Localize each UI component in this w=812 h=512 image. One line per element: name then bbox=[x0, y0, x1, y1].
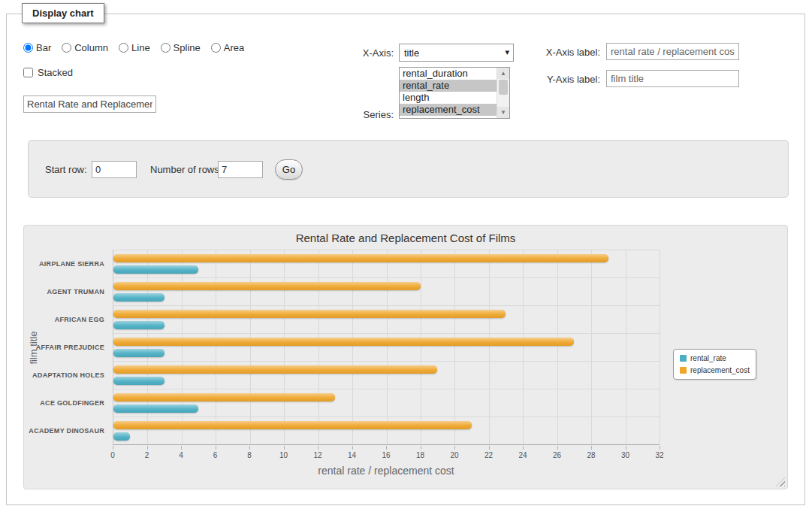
stacked-option[interactable]: Stacked bbox=[23, 67, 73, 78]
category-label: AIRPLANE SIERRA bbox=[24, 250, 109, 277]
tick-mark bbox=[454, 446, 455, 450]
legend-swatch-replacement_cost bbox=[680, 367, 687, 374]
chart-type-label-column: Column bbox=[74, 42, 108, 53]
x-axis-ticks: 02468101214161820222426283032 bbox=[113, 445, 660, 462]
bar-replacement_cost bbox=[113, 254, 608, 262]
chart-type-option-line[interactable]: Line bbox=[119, 42, 150, 53]
chart-type-radio-spline[interactable] bbox=[161, 43, 171, 53]
x-axis-select[interactable]: title ▾ bbox=[399, 44, 514, 62]
chart-type-label-spline: Spline bbox=[174, 42, 201, 53]
tick-label: 26 bbox=[553, 451, 561, 459]
tick-mark bbox=[284, 446, 285, 450]
category-axis: AIRPLANE SIERRAAGENT TRUMANAFRICAN EGGAF… bbox=[24, 250, 109, 445]
category-label: ACE GOLDFINGER bbox=[24, 389, 109, 417]
tick-mark bbox=[318, 446, 318, 450]
legend-item-rental_rate[interactable]: rental_rate bbox=[680, 354, 750, 362]
stacked-checkbox[interactable] bbox=[23, 68, 33, 77]
tick-label: 24 bbox=[518, 451, 527, 459]
bar-rental_rate bbox=[113, 265, 198, 274]
category-label: ADAPTATION HOLES bbox=[24, 362, 109, 389]
chart-title-input[interactable] bbox=[23, 95, 156, 113]
category-band bbox=[113, 361, 660, 389]
x-axis-label-field-label: X-Axis label: bbox=[533, 47, 600, 58]
bar-rental_rate bbox=[113, 293, 165, 301]
chart-legend: rental_ratereplacement_cost bbox=[673, 349, 756, 380]
bar-rental_rate bbox=[113, 432, 130, 441]
bar-rental_rate bbox=[113, 404, 198, 413]
chart-type-label-line: Line bbox=[131, 42, 150, 53]
chart-type-option-area[interactable]: Area bbox=[211, 42, 244, 53]
tick-mark bbox=[557, 446, 558, 450]
category-label: ACADEMY DINOSAUR bbox=[24, 417, 109, 445]
go-button[interactable]: Go bbox=[275, 159, 303, 180]
series-option-rental_rate[interactable]: rental_rate bbox=[400, 80, 497, 92]
bar-rental_rate bbox=[113, 349, 165, 357]
chart-type-radio-bar[interactable] bbox=[23, 43, 33, 53]
y-axis-label-input[interactable] bbox=[606, 70, 739, 87]
x-axis-label-input[interactable] bbox=[606, 43, 739, 60]
tick-label: 18 bbox=[416, 451, 424, 459]
bar-rental_rate bbox=[113, 377, 165, 385]
scroll-up-icon[interactable]: ▲ bbox=[497, 68, 509, 79]
chevron-down-icon: ▾ bbox=[505, 47, 509, 57]
series-scrollbar[interactable]: ▲ ▼ bbox=[497, 68, 509, 118]
tick-label: 0 bbox=[110, 451, 115, 459]
chart-type-option-column[interactable]: Column bbox=[62, 42, 108, 53]
tick-label: 4 bbox=[179, 451, 183, 459]
tick-mark bbox=[660, 446, 660, 450]
series-option-replacement_cost[interactable]: replacement_cost bbox=[400, 104, 497, 116]
tick-mark bbox=[147, 446, 148, 450]
chart-type-radio-area[interactable] bbox=[211, 43, 221, 53]
tick-mark bbox=[352, 446, 353, 450]
display-chart-fieldset: Display chart BarColumnLineSplineArea St… bbox=[6, 14, 805, 505]
chart-type-radio-line[interactable] bbox=[119, 43, 128, 53]
start-row-label: Start row: bbox=[45, 164, 87, 175]
bar-replacement_cost bbox=[113, 338, 574, 346]
number-of-rows-label: Number of rows: bbox=[150, 164, 222, 175]
tick-mark bbox=[523, 446, 524, 450]
tick-label: 6 bbox=[213, 451, 218, 459]
category-band bbox=[113, 250, 660, 277]
row-range-panel: Start row: Number of rows: Go bbox=[28, 140, 789, 198]
series-listbox[interactable]: rental_durationrental_ratelengthreplacem… bbox=[399, 67, 510, 119]
chart-type-radio-column[interactable] bbox=[62, 43, 71, 53]
series-option-length[interactable]: length bbox=[400, 92, 497, 104]
category-band bbox=[113, 333, 660, 361]
bar-replacement_cost bbox=[113, 310, 506, 318]
tick-mark bbox=[181, 446, 182, 450]
tick-label: 32 bbox=[655, 451, 663, 459]
chart-container: Rental Rate and Replacement Cost of Film… bbox=[23, 225, 788, 489]
category-band bbox=[113, 389, 660, 417]
chart-type-group: BarColumnLineSplineArea bbox=[23, 42, 244, 53]
legend-item-replacement_cost[interactable]: replacement_cost bbox=[680, 366, 750, 374]
start-row-input[interactable] bbox=[92, 161, 137, 178]
tick-label: 30 bbox=[621, 451, 629, 459]
tick-label: 8 bbox=[247, 451, 252, 459]
chart-type-option-bar[interactable]: Bar bbox=[23, 42, 51, 53]
tick-mark bbox=[421, 446, 421, 450]
category-band bbox=[113, 277, 660, 305]
tick-mark bbox=[216, 446, 216, 450]
tick-label: 10 bbox=[279, 451, 288, 459]
scrollbar-thumb[interactable] bbox=[499, 80, 508, 95]
tick-mark bbox=[249, 446, 250, 450]
tick-mark bbox=[591, 446, 592, 450]
tick-label: 2 bbox=[145, 451, 149, 459]
chart-type-option-spline[interactable]: Spline bbox=[161, 42, 201, 53]
bar-rental_rate bbox=[113, 321, 165, 329]
series-options: rental_durationrental_ratelengthreplacem… bbox=[400, 68, 509, 116]
tick-mark bbox=[113, 446, 113, 450]
tick-label: 28 bbox=[587, 451, 595, 459]
x-axis-label: X-Axis: bbox=[337, 47, 394, 59]
category-band bbox=[113, 417, 660, 444]
x-axis-selected-value: title bbox=[404, 47, 419, 59]
plot-area bbox=[113, 250, 660, 445]
legend-label-replacement_cost: replacement_cost bbox=[690, 366, 750, 374]
resize-handle-icon[interactable] bbox=[776, 477, 785, 486]
number-of-rows-input[interactable] bbox=[218, 161, 263, 178]
scroll-down-icon[interactable]: ▼ bbox=[497, 107, 509, 118]
series-option-rental_duration[interactable]: rental_duration bbox=[400, 68, 497, 80]
chart-title: Rental Rate and Replacement Cost of Film… bbox=[24, 232, 787, 244]
legend-swatch-rental_rate bbox=[680, 355, 687, 362]
category-band bbox=[113, 305, 660, 333]
